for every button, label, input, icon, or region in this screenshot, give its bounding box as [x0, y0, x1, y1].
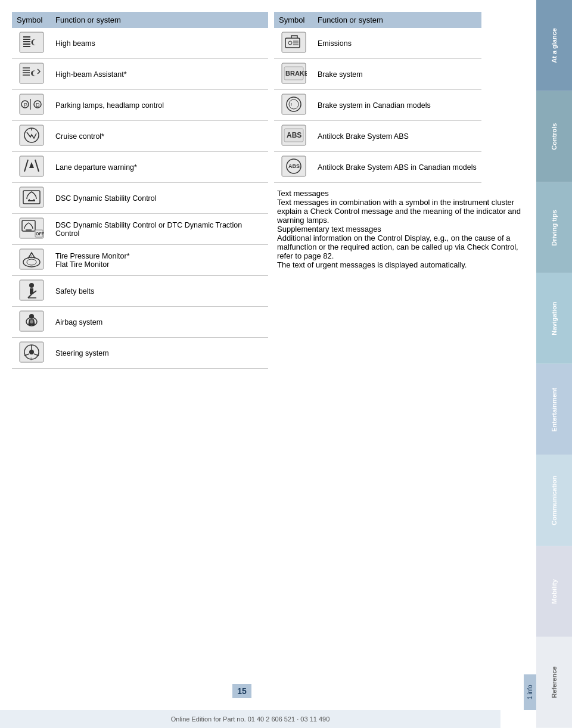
symbol-cell: ABS: [274, 121, 313, 152]
left-table-symbol-header: Symbol: [12, 12, 51, 28]
text-messages-title: Text messages: [277, 189, 530, 198]
function-cell: Tire Pressure Monitor* Flat Tire Monitor: [51, 245, 268, 276]
sidebar-tab-mobility[interactable]: Mobility: [536, 546, 572, 637]
sidebar-tab-at-a-glance[interactable]: At a glance: [536, 0, 572, 91]
table-row: Lane departure warning*: [12, 152, 268, 183]
svg-text:BRAKE: BRAKE: [285, 70, 307, 77]
table-row: ! Tire Pressure Monitor* Flat Tire Monit…: [12, 245, 268, 276]
right-table-symbol-header: Symbol: [274, 12, 313, 28]
svg-point-6: [33, 39, 39, 45]
left-table-function-header: Function or system: [51, 12, 268, 28]
symbol-cell: [12, 307, 51, 338]
symbol-cell: P D: [12, 90, 51, 121]
sidebar-tab-entertainment[interactable]: Entertainment: [536, 364, 572, 455]
svg-text:!: !: [291, 102, 292, 107]
svg-point-12: [33, 71, 38, 76]
svg-rect-13: [20, 94, 43, 114]
table-row: High-beam Assistant*: [12, 59, 268, 90]
table-row: ! Brake system in Canadian models: [274, 90, 481, 121]
table-row: ! Steering system: [12, 338, 268, 369]
function-cell: DSC Dynamic Stability Control or DTC Dyn…: [51, 214, 268, 245]
svg-text:D: D: [36, 102, 40, 108]
sidebar-tab-navigation[interactable]: Navigation: [536, 273, 572, 364]
function-cell: Steering system: [51, 338, 268, 369]
sidebar-tab-driving-tips[interactable]: Driving tips: [536, 182, 572, 273]
symbol-cell: [12, 121, 51, 152]
symbol-cell: [12, 152, 51, 183]
svg-text:!: !: [30, 254, 32, 259]
svg-text:ABS: ABS: [287, 131, 301, 139]
table-row: High beams: [12, 28, 268, 59]
right-table-function-header: Function or system: [313, 12, 481, 28]
function-cell: Cruise control*: [51, 121, 268, 152]
symbol-cell: !: [12, 338, 51, 369]
info-badge: 1 info: [524, 674, 536, 710]
table-row: BRAKE Brake system: [274, 59, 481, 90]
page-number: 15: [232, 684, 251, 698]
supplementary-title: Supplementary text messages: [277, 225, 530, 234]
function-cell: Antilock Brake System ABS: [313, 121, 481, 152]
sidebar-tab-controls[interactable]: Controls: [536, 91, 572, 182]
symbol-cell: [12, 59, 51, 90]
symbol-cell: !: [274, 90, 313, 121]
symbol-cell: [12, 276, 51, 307]
text-messages-body: Text messages in combination with a symb…: [277, 198, 530, 225]
svg-point-51: [29, 350, 34, 354]
symbol-cell: OFF: [12, 214, 51, 245]
function-cell: DSC Dynamic Stability Control: [51, 183, 268, 214]
svg-text:ABS: ABS: [288, 163, 300, 169]
svg-point-48: [30, 320, 33, 323]
symbol-cell: !: [12, 245, 51, 276]
table-row: ABS Antilock Brake System ABS: [274, 121, 481, 152]
table-row: Cruise control*: [12, 121, 268, 152]
right-sidebar: At a glance Controls Driving tips Naviga…: [536, 0, 572, 728]
svg-text:!: !: [30, 356, 32, 362]
function-cell: High-beam Assistant*: [51, 59, 268, 90]
symbol-cell: BRAKE: [274, 59, 313, 90]
table-row: Airbag system: [12, 307, 268, 338]
function-cell: Antilock Brake System ABS in Canadian mo…: [313, 152, 481, 183]
symbol-cell: [274, 28, 313, 59]
page-link[interactable]: 82: [323, 251, 331, 260]
function-cell: High beams: [51, 28, 268, 59]
table-row: Safety belts: [12, 276, 268, 307]
table-row: ABS Antilock Brake System ABS in Canadia…: [274, 152, 481, 183]
table-row: P D Parking lamps, headlamp control: [12, 90, 268, 121]
svg-text:OFF: OFF: [36, 232, 45, 236]
table-row: Emissions: [274, 28, 481, 59]
function-cell: Emissions: [313, 28, 481, 59]
supplementary-body1: Additional information on the Control Di…: [277, 234, 530, 260]
symbol-cell: [12, 28, 51, 59]
symbol-cell: [12, 183, 51, 214]
footer-text: Online Edition for Part no. 01 40 2 606 …: [171, 715, 330, 723]
function-cell: Lane departure warning*: [51, 152, 268, 183]
sidebar-tab-reference[interactable]: Reference: [536, 637, 572, 728]
function-cell: Airbag system: [51, 307, 268, 338]
footer-bar: Online Edition for Part no. 01 40 2 606 …: [0, 710, 500, 728]
symbol-cell: ABS: [274, 152, 313, 183]
function-cell: Brake system: [313, 59, 481, 90]
function-cell: Parking lamps, headlamp control: [51, 90, 268, 121]
function-cell: Safety belts: [51, 276, 268, 307]
left-symbol-table: Symbol Function or system High beams: [12, 12, 268, 369]
text-section: Text messages Text messages in combinati…: [274, 189, 530, 269]
table-row: DSC Dynamic Stability Control: [12, 183, 268, 214]
right-symbol-table: Symbol Function or system Emissions BRAK…: [274, 12, 481, 183]
function-cell: Brake system in Canadian models: [313, 90, 481, 121]
svg-point-40: [29, 283, 34, 288]
table-row: OFF DSC Dynamic Stability Control or DTC…: [12, 214, 268, 245]
sidebar-tab-communication[interactable]: Communication: [536, 455, 572, 546]
supplementary-body2: The text of urgent messages is displayed…: [277, 260, 530, 269]
svg-text:P: P: [24, 102, 27, 108]
